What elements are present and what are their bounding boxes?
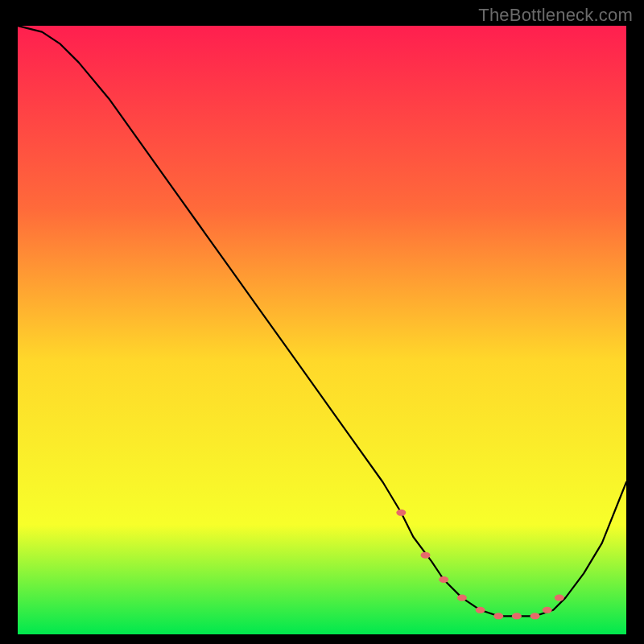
highlight-dot [439, 576, 448, 583]
gradient-background [18, 26, 626, 634]
highlight-dot [543, 607, 552, 613]
highlight-dot [396, 510, 406, 516]
highlight-dot [493, 613, 503, 619]
watermark-text: TheBottleneck.com [478, 5, 633, 26]
plot-area [18, 26, 626, 634]
chart-frame: TheBottleneck.com [0, 0, 644, 644]
highlight-dot [476, 607, 485, 613]
highlight-dot [421, 552, 431, 559]
highlight-dot [457, 595, 467, 601]
chart-svg [18, 26, 626, 634]
highlight-dot [530, 613, 540, 619]
highlight-dot [555, 595, 564, 601]
highlight-dot [512, 613, 522, 619]
